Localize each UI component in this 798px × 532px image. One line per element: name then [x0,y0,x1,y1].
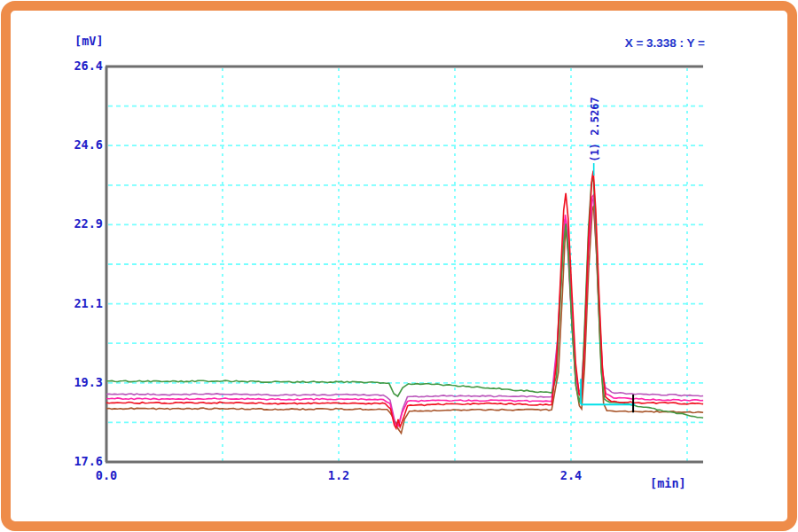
cursor-coordinate-readout: X = 3.338 : Y = [625,36,705,50]
peak-retention-time-label: 2.5267 [589,97,601,135]
y-tick-24.6: 24.6 [59,138,103,151]
x-axis-unit-label: [min] [650,477,686,489]
y-axis-unit-label: [mV] [74,35,104,47]
x-tick-0.0: 0.0 [84,469,129,481]
trace-purple [106,200,703,426]
trace-magenta [106,194,703,426]
y-tick-22.9: 22.9 [59,217,103,230]
chromatogram-window: X = 3.338 : Y = [mV] 26.4 24.6 22.9 21.1… [0,0,798,532]
peak-number-label: (1) [589,143,601,162]
y-tick-17.6: 17.6 [59,455,103,467]
x-tick-2.4: 2.4 [549,469,593,481]
trace-red [106,171,703,428]
plot-canvas[interactable] [0,0,798,532]
y-tick-21.1: 21.1 [59,297,103,309]
y-tick-26.4: 26.4 [59,59,103,72]
y-tick-19.3: 19.3 [59,376,103,388]
x-tick-1.2: 1.2 [317,469,361,481]
trace-green [106,176,703,418]
